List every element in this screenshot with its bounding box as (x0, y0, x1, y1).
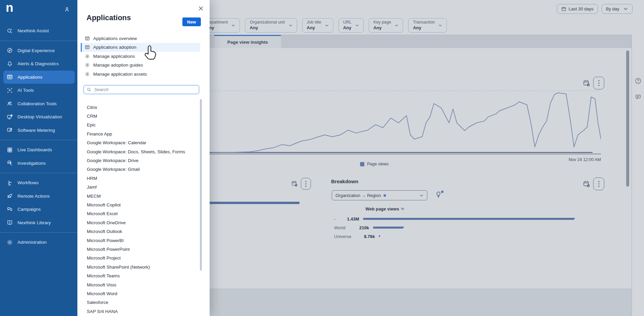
filter-value: Any (307, 25, 321, 31)
chart-frame-icon (85, 45, 90, 50)
application-list-item[interactable]: Microsoft Teams (87, 271, 198, 280)
sidebar-item-workflows[interactable]: Workflows (3, 176, 75, 190)
application-list-item[interactable]: Microsoft Project (87, 254, 198, 263)
insight-suggestion-button[interactable] (435, 191, 443, 199)
gear-icon (85, 54, 90, 59)
sidebar-item-remote-actions[interactable]: Remote Actions (3, 190, 75, 203)
menu-item-applications-adoption[interactable]: Applications adoption (81, 43, 200, 52)
nexthink-application-window: Last 30 days By day Department Any Organ… (0, 0, 644, 316)
schedule-icon[interactable] (291, 181, 298, 187)
application-list-item[interactable]: Microsoft Word (87, 289, 198, 298)
breakdown-metric-header[interactable]: Web page views (365, 206, 404, 211)
application-list-item[interactable]: Google Workspace: Docs, Sheets, Slides, … (87, 147, 198, 156)
close-icon[interactable] (198, 5, 204, 11)
sidebar-item-software-metering[interactable]: Software Metering (3, 124, 75, 137)
menu-item-manage-adoption-guides[interactable]: Manage adoption guides (81, 61, 200, 70)
application-list-item[interactable]: Microsoft Excel (87, 209, 198, 218)
filter-transaction[interactable]: Transaction Any (408, 18, 447, 33)
filter-key-page[interactable]: Key page Any (369, 18, 403, 33)
filter-value: Any (413, 25, 435, 31)
application-list-item[interactable]: Microsoft SharePoint (Network) (87, 263, 198, 271)
application-list: CitrixCRMEpicFinance AppGoogle Workspace… (87, 103, 198, 316)
application-list-item[interactable]: Microsoft Visio (87, 280, 198, 289)
application-list-item[interactable]: Google Workspace: Gmail (87, 165, 198, 174)
sidebar-item-nexthink-assist[interactable]: Nexthink Assist (3, 24, 75, 38)
software-metering-icon (7, 127, 13, 133)
application-list-item[interactable]: HRM (87, 174, 198, 183)
workflows-icon (7, 180, 13, 186)
sidebar-item-applications[interactable]: Applications (3, 71, 75, 84)
breakdown-row[interactable]: World 210k (334, 223, 594, 232)
tab-page-view-insights[interactable]: Page view insights (214, 35, 281, 48)
schedule-icon[interactable] (583, 181, 590, 188)
mouse-cursor-hand (145, 44, 158, 63)
menu-item-manage-applications[interactable]: Manage applications (81, 52, 200, 61)
filter-label: Job title (307, 20, 321, 25)
chart-frame-icon (85, 36, 90, 41)
application-list-item[interactable]: Jamf (87, 183, 198, 192)
breakdown-dimension-dropdown[interactable]: Organization → Region (332, 190, 427, 200)
menu-item-applications-overview[interactable]: Applications overview (81, 34, 200, 43)
application-list-item[interactable]: CRM (87, 112, 198, 120)
granularity-label: By day (606, 6, 619, 11)
sidebar-item-investigations[interactable]: Investigations (3, 157, 75, 170)
application-list-item[interactable]: Google Workspace: Calendar (87, 139, 198, 147)
breakdown-title: Breakdown (331, 179, 358, 184)
application-list-item[interactable]: Microsoft Copilot (87, 200, 198, 209)
administration-icon (7, 239, 13, 245)
sidebar-item-campaigns[interactable]: Campaigns (3, 203, 75, 216)
main-scrollbar[interactable] (626, 50, 629, 187)
granularity-dropdown[interactable]: By day (602, 4, 633, 14)
left-widget-menu-button[interactable] (301, 178, 311, 190)
application-list-item[interactable]: Microsoft PowerPoint (87, 245, 198, 253)
application-list-item[interactable]: Google Workspace: Drive (87, 156, 198, 165)
application-list-item[interactable]: Salesforce (87, 298, 198, 307)
sidebar-item-ai-tools[interactable]: AI Tools (3, 84, 75, 97)
sidebar-item-live-dashboards[interactable]: Live Dashboards (3, 143, 75, 157)
date-range-button[interactable]: Last 30 days (557, 4, 598, 14)
sidebar-divider (0, 173, 77, 173)
application-list-item[interactable]: Microsoft Outlook (87, 227, 198, 236)
breakdown-menu-button[interactable] (593, 177, 604, 190)
application-list-item[interactable]: Finance App (87, 129, 198, 138)
application-list-item[interactable]: Microsoft PowerBI (87, 236, 198, 245)
application-list-item[interactable]: MECM (87, 192, 198, 200)
application-list-item[interactable]: Epic (87, 121, 198, 129)
application-list-item[interactable]: Microsoft OneDrive (87, 218, 198, 227)
panel-menu: Applications overview Applications adopt… (81, 34, 200, 79)
sidebar-item-desktop-virtualization[interactable]: Desktop Virtualization (3, 110, 75, 124)
user-icon[interactable] (64, 6, 70, 12)
sidebar-item-administration[interactable]: Administration (3, 236, 75, 249)
sidebar-item-collaboration-tools[interactable]: Collaboration Tools (3, 97, 75, 111)
filter-organizational-unit[interactable]: Organizational unit Any (245, 18, 297, 33)
panel-scrollbar[interactable] (200, 99, 202, 271)
sidebar-item-nexthink-library[interactable]: Nexthink Library (3, 216, 75, 230)
sort-icon (401, 208, 404, 210)
nexthink-logo[interactable]: n (6, 1, 13, 15)
sidebar-item-digital-experience[interactable]: Digital Experience (3, 44, 75, 57)
breakdown-row[interactable]: - 1.43M (334, 214, 594, 223)
breakdown-row-value: 8.76k (356, 234, 375, 239)
filter-job-title[interactable]: Job title Any (302, 18, 333, 33)
menu-item-manage-application-assets[interactable]: Manage application assets (81, 70, 200, 79)
panel-title: Applications (86, 13, 131, 22)
filter-bar: Department Any Organizational unit Any J… (201, 18, 447, 33)
ai-tools-icon (7, 87, 13, 93)
help-icon[interactable] (635, 77, 642, 84)
search-input[interactable] (94, 87, 196, 92)
chevron-down-icon (419, 193, 424, 198)
chart-legend[interactable]: Page views (360, 162, 389, 166)
application-list-item[interactable]: Citrix (87, 103, 198, 112)
digital-experience-icon (7, 47, 13, 53)
sidebar-item-alerts-diagnostics[interactable]: Alerts & Diagnostics (3, 57, 75, 71)
feedback-icon[interactable] (635, 93, 642, 101)
application-list-item[interactable]: SAP S/4 HANA (87, 307, 198, 316)
schedule-icon[interactable] (583, 80, 590, 87)
sidebar-divider (0, 140, 77, 140)
new-application-button[interactable]: New (182, 17, 201, 26)
breakdown-row[interactable]: Universe 8.76k (334, 232, 594, 241)
breakdown-row-value: 210k (350, 225, 369, 230)
library-icon (7, 220, 13, 226)
chevron-down-icon (438, 23, 442, 28)
filter-url[interactable]: URL Any (338, 18, 364, 33)
